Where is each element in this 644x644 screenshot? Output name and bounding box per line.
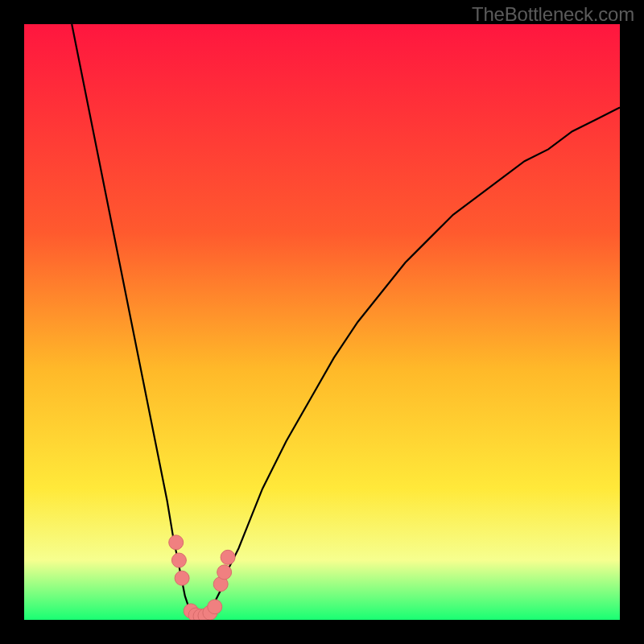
marker-left-cluster-c (175, 571, 189, 585)
chart-svg (24, 24, 620, 620)
marker-left-cluster-a (169, 535, 184, 550)
marker-right-cluster-b (217, 565, 232, 580)
watermark-label: TheBottleneck.com (472, 3, 634, 26)
plot-area (24, 24, 620, 620)
marker-right-cluster-c (221, 550, 235, 564)
chart-frame: TheBottleneck.com (0, 0, 644, 644)
gradient-bg (24, 24, 620, 620)
marker-left-cluster-b (171, 553, 186, 568)
marker-bottom-f (208, 600, 222, 614)
